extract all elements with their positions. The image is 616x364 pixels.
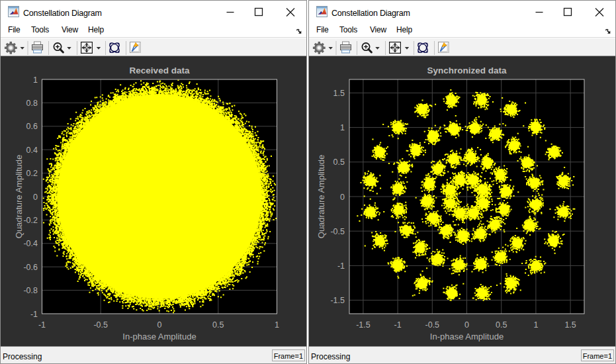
svg-text:0: 0: [157, 320, 162, 330]
svg-text:0.5: 0.5: [212, 320, 224, 330]
svg-text:0: 0: [340, 193, 345, 202]
svg-text:-0.5: -0.5: [425, 320, 440, 330]
svg-text:Synchronized data: Synchronized data: [427, 66, 507, 75]
svg-text:0: 0: [33, 193, 38, 202]
svg-text:-1: -1: [394, 320, 402, 330]
svg-text:-1: -1: [30, 310, 38, 319]
svg-text:Received data: Received data: [130, 66, 190, 75]
svg-text:Quadrature Amplitude: Quadrature Amplitude: [316, 155, 326, 238]
svg-text:-0.2: -0.2: [23, 216, 38, 225]
svg-text:0.8: 0.8: [26, 99, 38, 108]
svg-text:1: 1: [340, 123, 345, 132]
svg-text:-0.4: -0.4: [23, 239, 38, 248]
svg-text:0.2: 0.2: [26, 169, 38, 178]
svg-text:-1.5: -1.5: [330, 296, 345, 305]
svg-text:-0.5: -0.5: [330, 227, 345, 236]
svg-text:-0.8: -0.8: [23, 286, 38, 295]
svg-text:1.5: 1.5: [564, 320, 576, 330]
svg-text:0.4: 0.4: [26, 146, 38, 155]
svg-text:1.5: 1.5: [333, 89, 345, 98]
svg-text:1: 1: [533, 320, 538, 330]
svg-text:-0.6: -0.6: [23, 263, 38, 272]
svg-text:-1: -1: [38, 320, 46, 330]
svg-text:-1: -1: [337, 261, 345, 271]
svg-text:0: 0: [464, 320, 469, 330]
svg-text:Quadrature Amplitude: Quadrature Amplitude: [14, 155, 24, 238]
svg-text:-0.5: -0.5: [93, 320, 108, 330]
svg-text:-1.5: -1.5: [356, 320, 371, 330]
svg-text:0.5: 0.5: [496, 320, 507, 330]
svg-text:1: 1: [275, 320, 279, 330]
svg-text:0.6: 0.6: [26, 122, 38, 131]
svg-text:In-phase Amplitude: In-phase Amplitude: [122, 332, 196, 341]
svg-text:0.5: 0.5: [333, 158, 345, 167]
svg-text:In-phase Amplitude: In-phase Amplitude: [430, 332, 504, 341]
svg-text:1: 1: [33, 75, 38, 85]
